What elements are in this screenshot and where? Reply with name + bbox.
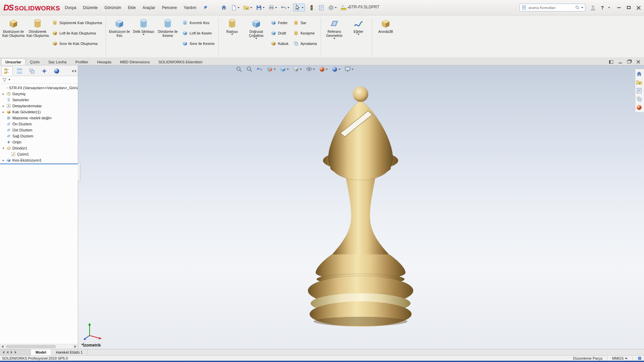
swept-boss-button[interactable]: Süpürerek Katı Oluşturma — [50, 17, 104, 28]
options-button[interactable] — [328, 5, 337, 11]
rollback-bar[interactable] — [0, 164, 78, 164]
swept-cut-button[interactable]: Kıvrımlı Kes — [180, 17, 217, 28]
measure-button[interactable] — [340, 4, 350, 11]
close-window-button[interactable] — [637, 6, 641, 10]
draft-button[interactable]: Draft — [268, 28, 291, 38]
expand-arrow-icon[interactable]: ▾ — [2, 146, 5, 150]
menu-ekle[interactable]: Ekle — [128, 5, 136, 10]
tree-item-right-plane[interactable]: Sağ Düzlem — [0, 133, 78, 139]
lofted-cut-button[interactable]: Loft ile Kesim — [180, 28, 217, 38]
first-tab-icon[interactable] — [3, 351, 4, 354]
boundary-cut-button[interactable]: Sınır ile Kesme — [180, 38, 217, 49]
save-button[interactable] — [256, 5, 265, 11]
boundary-boss-button[interactable]: Sınır ile Katı Oluşturma — [50, 38, 104, 49]
scrollbar-thumb[interactable] — [6, 345, 56, 348]
propertymanager-tab[interactable] — [14, 66, 25, 76]
user-account-icon[interactable] — [590, 4, 596, 11]
revolved-boss-button[interactable]: Döndürerek Katı Oluşturma — [25, 16, 50, 57]
resources-home-icon[interactable] — [636, 71, 642, 77]
tab-scroll-right-icon[interactable] — [75, 70, 76, 72]
tab-solidworks-eklentileri[interactable]: SOLIDWORKS Eklentileri — [154, 58, 207, 65]
expand-arrow-icon[interactable]: ▸ — [2, 92, 5, 96]
tree-item-history[interactable]: ▸ Geçmiş — [0, 91, 78, 97]
tab-mbd-dimensions[interactable]: MBD Dimensions — [116, 58, 154, 65]
section-view-button[interactable] — [267, 66, 276, 72]
tab-scroll-left-icon[interactable] — [72, 70, 73, 72]
rib-button[interactable]: Feder — [268, 17, 291, 28]
undo-button[interactable] — [281, 5, 289, 11]
graphics-viewport[interactable]: *İzometrik — [78, 65, 644, 349]
tree-item-sketch1[interactable]: Çizim1 — [0, 151, 78, 157]
filter-caret-icon[interactable] — [8, 79, 10, 80]
search-icon[interactable] — [575, 5, 580, 10]
expand-arrow-icon[interactable]: ▸ — [2, 110, 5, 114]
linear-pattern-button[interactable]: Doğrusal Çoğaltma — [244, 16, 268, 57]
displaymanager-tab[interactable] — [51, 66, 62, 76]
help-caret-icon[interactable] — [608, 7, 610, 8]
tree-item-annotations[interactable]: ▸ Detaylandırmalar — [0, 103, 78, 109]
fillet-button[interactable]: Radyus — [220, 16, 244, 57]
shell-button[interactable]: Kabuk — [268, 38, 291, 49]
zoom-to-area-button[interactable] — [246, 66, 253, 72]
panel-splitter-handle[interactable] — [78, 163, 80, 181]
tree-item-origin[interactable]: Orijin — [0, 139, 78, 145]
rebuild-button[interactable] — [309, 5, 315, 11]
help-button[interactable]: ? — [601, 5, 604, 10]
hide-show-items-button[interactable] — [306, 66, 315, 72]
apply-scene-button[interactable] — [332, 66, 340, 72]
menu-yardim[interactable]: Yardım — [183, 5, 196, 10]
search-input[interactable] — [528, 6, 574, 10]
last-tab-icon[interactable] — [15, 351, 16, 354]
display-style-button[interactable] — [293, 66, 302, 72]
tree-item-revolve1[interactable]: ▾ Döndür1 — [0, 145, 78, 151]
expand-arrow-icon[interactable]: ▸ — [2, 159, 5, 162]
featuremanager-tree-tab[interactable] — [1, 66, 13, 76]
scroll-left-button[interactable] — [0, 344, 5, 349]
home-button[interactable] — [221, 4, 227, 11]
mirror-button[interactable]: Aynalama — [291, 38, 319, 49]
menu-dosya[interactable]: Dosya — [65, 5, 76, 10]
tree-item-top-plane[interactable]: Üst Düzlem — [0, 127, 78, 133]
instant3d-button[interactable]: Anında3B — [374, 16, 398, 57]
tree-root-item[interactable]: STR-Fil (Varsayılan<<Varsayılan>_Görü — [0, 85, 78, 91]
tab-hesapla[interactable]: Hesapla — [93, 58, 115, 65]
open-button[interactable] — [243, 4, 252, 11]
configurationmanager-tab[interactable] — [26, 66, 38, 76]
pin-menu-icon[interactable] — [203, 5, 208, 10]
previous-view-button[interactable] — [257, 66, 263, 72]
zoom-to-fit-button[interactable] — [236, 66, 242, 72]
tab-profiller[interactable]: Profiller — [71, 58, 93, 65]
revolved-cut-button[interactable]: Döndürme ile Kesme — [156, 16, 180, 57]
close-document-button[interactable] — [636, 60, 640, 64]
previous-tab-icon[interactable] — [7, 351, 8, 354]
design-library-icon[interactable] — [636, 79, 642, 85]
menu-gorunum[interactable]: Görünüm — [104, 5, 121, 10]
menu-duzenle[interactable]: Düzenle — [83, 5, 98, 10]
expand-arrow-icon[interactable]: ▸ — [2, 104, 5, 108]
maximize-window-button[interactable] — [627, 6, 631, 9]
edit-appearance-button[interactable] — [319, 66, 328, 72]
tree-item-material[interactable]: Malzeme <belirli değil> — [0, 115, 78, 121]
minimize-window-button[interactable] — [617, 7, 621, 8]
view-orientation-button[interactable] — [280, 66, 289, 72]
tree-item-solid-bodies[interactable]: ▸ Katı Gövdeler(1) — [0, 109, 78, 115]
wrap-button[interactable]: Sar — [291, 17, 319, 28]
minimize-document-button[interactable] — [619, 63, 622, 63]
scroll-right-button[interactable] — [73, 344, 78, 349]
hole-wizard-button[interactable]: Delik Sihirbazı — [131, 16, 156, 57]
next-tab-icon[interactable] — [11, 351, 12, 354]
tree-item-front-plane[interactable]: Ön Düzlem — [0, 121, 78, 127]
file-explorer-icon[interactable] — [636, 87, 642, 94]
model-tab[interactable]: Model — [31, 349, 51, 355]
select-tool-button[interactable] — [293, 4, 305, 11]
tab-unsurlar[interactable]: Unsurlar — [1, 58, 25, 65]
appearances-scenes-icon[interactable] — [636, 104, 642, 111]
command-search-box[interactable] — [520, 4, 585, 11]
tree-item-sensors[interactable]: Sensörler — [0, 97, 78, 103]
units-selector[interactable]: MMGS — [612, 356, 628, 360]
curves-button[interactable]: Eğriler — [346, 16, 371, 57]
lofted-boss-button[interactable]: Loft ile Katı Oluşturma — [50, 28, 104, 38]
menu-pencere[interactable]: Pencere — [162, 5, 177, 10]
extruded-boss-button[interactable]: Ekstrüzyon ile Katı Oluşturma — [1, 16, 25, 57]
reference-geometry-button[interactable]: Referans Geometrisi — [322, 16, 346, 57]
